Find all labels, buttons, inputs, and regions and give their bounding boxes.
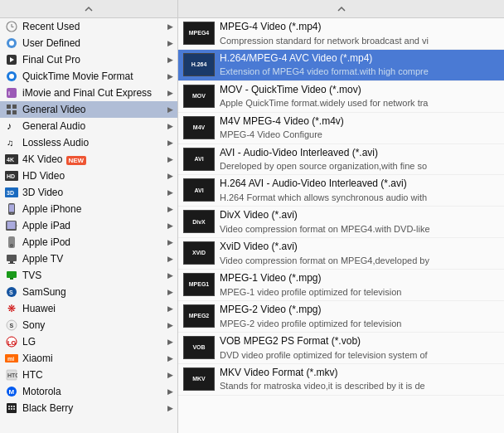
right-panel-header [178,0,504,18]
sidebar-label-final-cut-pro: Final Cut Pro [22,54,167,66]
svg-text:LG: LG [7,339,17,347]
svg-point-4 [9,41,14,46]
sidebar-item-3d-video[interactable]: 3D 3D Video ▶ [0,184,177,201]
svg-rect-32 [7,255,17,261]
format-icon-avi: AVI [183,148,215,171]
svg-rect-14 [12,110,17,114]
format-icon-h264: H.264 [183,53,215,76]
sidebar-item-lossless-audio[interactable]: ♫ Lossless Audio ▶ [0,134,177,151]
sidebar-arrow-quicktime: ▶ [167,72,174,80]
sidebar-icon-recent-used [5,20,18,33]
format-icon-mov: MOV [183,85,215,108]
format-item-mp4[interactable]: MPEG4 MPEG-4 Video (*.mp4) Compression s… [178,18,504,50]
sidebar-item-user-defined[interactable]: User Defined ▶ [0,35,177,51]
format-item-h264avi[interactable]: AVI H.264 AVI - Audio-Video Interleaved … [178,175,504,207]
sidebar-item-4k-video[interactable]: 4K 4K VideoNEW ▶ [0,151,177,168]
sidebar-icon-lg: LG [5,335,18,348]
format-desc-mp4: Compression standard for network broadca… [220,35,499,46]
format-title-m4v: M4V MPEG-4 Video (*.m4v) [220,115,499,129]
sidebar-item-general-audio[interactable]: ♪ General Audio ▶ [0,118,177,134]
format-text-mpeg2: MPEG-2 Video (*.mpg) MPEG-2 video profil… [220,304,499,329]
format-icon-xvid: XViD [183,241,215,265]
format-title-mov: MOV - QuickTime Video (*.mov) [220,84,499,97]
sidebar-item-tvs[interactable]: TVS ▶ [0,267,177,284]
sidebar-item-apple-ipod[interactable]: Apple iPod ▶ [0,234,177,251]
format-desc-vob: DVD video profile optimized for televisi… [220,349,499,361]
sidebar-label-recent-used: Recent Used [22,21,167,32]
svg-point-28 [17,225,17,226]
format-item-mpeg2[interactable]: MPEG2 MPEG-2 Video (*.mpg) MPEG-2 video … [178,301,504,333]
format-title-h264avi: H.264 AVI - Audio-Video Interleaved (*.a… [220,178,499,191]
format-desc-mov: Apple QuickTime format.widely used for n… [220,97,499,109]
right-scroll-up-icon[interactable] [337,7,346,12]
sidebar-item-lg[interactable]: LG LG ▶ [0,333,177,350]
sidebar-arrow-final-cut-pro: ▶ [167,56,174,64]
sidebar-item-general-video[interactable]: General Video ▶ [0,101,177,118]
format-text-h264avi: H.264 AVI - Audio-Video Interleaved (*.a… [220,178,499,203]
sidebar-item-hd-video[interactable]: HD HD Video ▶ [0,168,177,184]
sidebar-icon-imovie: i [5,86,18,100]
sidebar-item-htc[interactable]: HTC HTC ▶ [0,367,177,383]
format-item-mkv[interactable]: MKV MKV Video Format (*.mkv) Stands for … [178,364,504,396]
format-icon-label-mpeg1: MPEG1 [189,281,210,288]
svg-point-55 [11,408,12,410]
sidebar-item-imovie[interactable]: i iMovie and Final Cut Express ▶ [0,85,177,101]
sidebar-item-samsung[interactable]: S SamSung ▶ [0,284,177,300]
format-title-mkv: MKV Video Format (*.mkv) [220,367,499,380]
format-title-mpeg1: MPEG-1 Video (*.mpg) [220,272,499,285]
sidebar-arrow-apple-iphone: ▶ [167,205,174,213]
format-title-vob: VOB MPEG2 PS Format (*.vob) [220,335,499,348]
sidebar-item-apple-tv[interactable]: Apple TV ▶ [0,251,177,267]
svg-text:S: S [9,289,13,295]
sidebar-arrow-apple-ipod: ▶ [167,238,174,246]
svg-rect-34 [8,263,15,264]
format-title-divx: DivX Video (*.avi) [220,209,499,222]
format-item-vob[interactable]: VOB VOB MPEG2 PS Format (*.vob) DVD vide… [178,333,504,364]
format-desc-xvid: Video compression format on MPEG4,develo… [220,255,499,266]
format-item-mov[interactable]: MOV MOV - QuickTime Video (*.mov) Apple … [178,81,504,113]
format-text-m4v: M4V MPEG-4 Video (*.m4v) MPEG-4 Video Co… [220,115,499,141]
sidebar-item-xiaomi[interactable]: mi Xiaomi ▶ [0,350,177,367]
left-panel-header [0,0,177,18]
svg-text:♪: ♪ [7,120,12,132]
sidebar-label-samsung: SamSung [22,286,167,298]
sidebar-item-motorola[interactable]: M Motorola ▶ [0,383,177,400]
sidebar-item-blackberry[interactable]: Black Berry ▶ [0,400,177,416]
sidebar-item-quicktime[interactable]: QuickTime Movie Format ▶ [0,68,177,85]
format-item-mpeg1[interactable]: MPEG1 MPEG-1 Video (*.mpg) MPEG-1 video … [178,270,504,301]
svg-text:mi: mi [7,356,14,362]
svg-text:S: S [10,323,14,328]
format-desc-h264avi: H.264 Format which allows synchronous au… [220,192,499,203]
format-desc-avi: Dereloped by open source organization,wi… [220,160,499,172]
format-icon-mkv: MKV [183,367,215,391]
format-icon-mp4: MPEG4 [183,22,215,45]
left-scroll-up-icon[interactable] [85,5,93,13]
format-icon-label-mkv: MKV [192,376,206,382]
svg-point-53 [13,406,15,407]
badge-new-4k-video: NEW [66,156,87,165]
sidebar-item-recent-used[interactable]: Recent Used ▶ [0,18,177,35]
format-item-avi[interactable]: AVI AVI - Audio-Video Interleaved (*.avi… [178,144,504,176]
sidebar-arrow-3d-video: ▶ [167,188,174,197]
sidebar-arrow-lg: ▶ [167,338,174,346]
svg-point-56 [13,408,15,410]
sidebar-arrow-4k-video: ▶ [167,155,174,163]
format-item-xvid[interactable]: XViD XviD Video (*.avi) Video compressio… [178,238,504,270]
format-item-divx[interactable]: DivX DivX Video (*.avi) Video compressio… [178,207,504,238]
sidebar-icon-motorola: M [5,385,18,398]
sidebar-item-apple-iphone[interactable]: Apple iPhone ▶ [0,201,177,217]
svg-text:♫: ♫ [7,138,13,148]
format-item-h264[interactable]: H.264 H.264/MPEG-4 AVC Video (*.mp4) Ext… [178,50,504,81]
sidebar-item-huawei[interactable]: ❋ Huawei ▶ [0,300,177,317]
sidebar-arrow-sony: ▶ [167,321,174,329]
sidebar-item-sony[interactable]: S Sony ▶ [0,317,177,333]
sidebar-item-final-cut-pro[interactable]: Final Cut Pro ▶ [0,51,177,68]
sidebar-label-imovie: iMovie and Final Cut Express [22,87,167,99]
svg-text:HTC: HTC [7,372,17,378]
sidebar-item-apple-ipad[interactable]: Apple iPad ▶ [0,217,177,234]
svg-text:4K: 4K [7,157,14,163]
sidebar-icon-general-video [5,103,18,116]
sidebar-label-general-video: General Video [22,104,167,115]
left-panel: Recent Used ▶ User Defined ▶ Final Cut P… [0,0,178,433]
format-item-m4v[interactable]: M4V M4V MPEG-4 Video (*.m4v) MPEG-4 Vide… [178,113,504,144]
